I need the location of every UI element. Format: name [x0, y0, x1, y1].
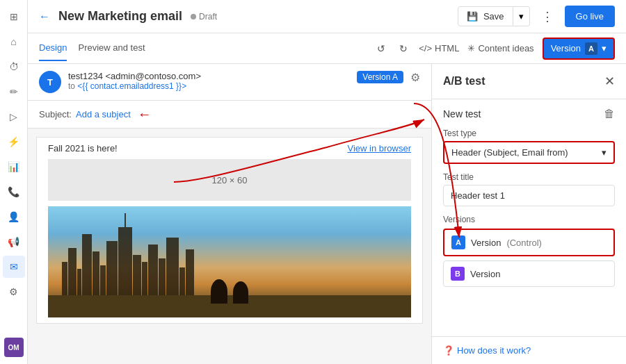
panel-close-button[interactable]: ✕ [604, 74, 615, 89]
html-label: HTML [435, 43, 459, 53]
test-type-value: Header (Subject, Email from) [451, 147, 568, 158]
chevron-down-icon: ▾ [519, 11, 524, 22]
version-badge: A [585, 42, 597, 55]
version-b-item[interactable]: B Version [443, 260, 615, 287]
content-wrapper: T test1234 <admin@contoso.com> to <{{ co… [28, 64, 626, 364]
versions-group: Versions A Version (Control) B Version [443, 215, 615, 287]
arrow-left-icon: ← [138, 106, 152, 122]
top-bar: ← New Marketing email Draft 💾 Save ▾ ⋮ G… [28, 0, 626, 33]
email-header: T test1234 <admin@contoso.com> to <{{ co… [28, 64, 431, 101]
version-tag-a: Version A [357, 71, 403, 83]
panel-header: A/B test ✕ [432, 64, 626, 99]
ab-test-panel: A/B test ✕ New test 🗑 Test type Header (… [431, 64, 626, 364]
version-ab-button[interactable]: Version A ▾ [543, 38, 615, 60]
nav-home-icon[interactable] [3, 31, 25, 53]
nav-grid-icon[interactable] [3, 6, 25, 28]
nav-clock-icon[interactable] [3, 56, 25, 78]
content-ideas-icon: ✳ [467, 43, 475, 53]
help-circle-icon: ❓ [443, 345, 454, 356]
sender-avatar: T [39, 71, 61, 93]
subject-label: Subject: [39, 109, 72, 119]
save-icon: 💾 [467, 11, 478, 22]
nav-megaphone-icon[interactable]: 📢 [3, 231, 25, 253]
panel-body: New test 🗑 Test type Header (Subject, Em… [432, 99, 626, 336]
preview-top-bar: Fall 2021 is here! View in browser [37, 138, 422, 159]
version-chevron-icon: ▾ [602, 43, 607, 53]
settings-gear-icon[interactable]: ⚙ [410, 71, 420, 84]
version-a-badge: A [451, 235, 465, 249]
tab-design[interactable]: Design [39, 35, 67, 61]
user-avatar: OM [4, 338, 24, 357]
save-dropdown-button[interactable]: ▾ [513, 6, 530, 26]
panel-title: A/B test [443, 75, 485, 88]
preview-title: Fall 2021 is here! [48, 143, 118, 154]
content-ideas-label: Content ideas [478, 43, 533, 53]
more-options-button[interactable]: ⋮ [538, 6, 556, 27]
test-type-select[interactable]: Header (Subject, Email from) ▾ [443, 141, 615, 164]
undo-button[interactable]: ↺ [374, 40, 388, 57]
add-subject-link[interactable]: Add a subject [76, 109, 131, 119]
people-silhouettes [211, 279, 248, 304]
panel-section-header: New test 🗑 [443, 108, 615, 120]
back-button[interactable]: ← [39, 10, 50, 23]
panel-footer: ❓ How does it work? [432, 336, 626, 364]
email-editor: T test1234 <admin@contoso.com> to <{{ co… [28, 64, 431, 364]
chevron-down-icon: ▾ [602, 147, 607, 158]
test-type-label: Test type [443, 129, 615, 138]
test-title-input[interactable] [443, 185, 615, 206]
go-live-button[interactable]: Go live [565, 6, 615, 27]
html-code-icon: </> [419, 43, 432, 53]
draft-badge: Draft [191, 12, 217, 22]
version-b-badge: B [451, 267, 465, 281]
test-type-group: Test type Header (Subject, Email from) ▾ [443, 129, 615, 164]
nav-chart-icon[interactable]: 📊 [3, 156, 25, 178]
delete-test-icon[interactable]: 🗑 [604, 108, 615, 120]
version-a-label: Version [471, 238, 501, 248]
nav-avatar[interactable]: OM [3, 336, 25, 358]
nav-person-icon[interactable]: 👤 [3, 206, 25, 228]
subject-row: Subject: Add a subject ← [28, 101, 431, 129]
nav-bolt-icon[interactable] [3, 131, 25, 153]
view-in-browser-link[interactable]: View in browser [347, 143, 411, 154]
nav-pencil-icon[interactable] [3, 81, 25, 103]
toolbar-icons: ↺ ↻ </> HTML ✳ Content ideas Version A ▾ [374, 38, 615, 60]
html-button[interactable]: </> HTML [419, 43, 459, 53]
page-title: New Marketing email [58, 9, 182, 24]
nav-play-icon[interactable] [3, 106, 25, 128]
draft-dot [191, 14, 196, 19]
toolbar: Design Preview and test ↺ ↻ </> HTML ✳ C… [28, 33, 626, 64]
email-preview: Fall 2021 is here! View in browser 120 ×… [36, 137, 423, 324]
test-title-group: Test title [443, 172, 615, 206]
sender-name: test1234 <admin@contoso.com> [68, 71, 350, 81]
left-nav: 📊 📞 👤 📢 ✉ ⚙ OM [0, 0, 28, 364]
version-label: Version [551, 43, 581, 53]
save-label: Save [483, 11, 504, 22]
sender-info: test1234 <admin@contoso.com> to <{{ cont… [68, 71, 350, 91]
sender-to: to <{{ contact.emailaddress1 }}> [68, 81, 350, 91]
nav-phone-icon[interactable]: 📞 [3, 181, 25, 203]
main-content: ← New Marketing email Draft 💾 Save ▾ ⋮ G… [28, 0, 626, 364]
new-test-label: New test [443, 108, 481, 119]
to-address: <{{ contact.emailaddress1 }}> [77, 81, 186, 91]
draft-label: Draft [199, 12, 217, 22]
preview-placeholder: 120 × 60 [48, 159, 411, 201]
test-title-label: Test title [443, 172, 615, 182]
tab-preview[interactable]: Preview and test [78, 35, 145, 61]
nav-settings-icon[interactable]: ⚙ [3, 281, 25, 303]
redo-button[interactable]: ↻ [396, 40, 410, 57]
version-a-control: (Control) [506, 238, 542, 248]
save-button[interactable]: 💾 Save [458, 6, 513, 26]
content-ideas-button[interactable]: ✳ Content ideas [467, 43, 533, 53]
how-it-works-link[interactable]: ❓ How does it work? [443, 345, 615, 356]
preview-image [48, 206, 411, 317]
version-a-item[interactable]: A Version (Control) [443, 229, 615, 256]
how-it-works-label: How does it work? [457, 345, 531, 356]
versions-label: Versions [443, 215, 615, 224]
version-b-label: Version [470, 269, 500, 279]
nav-mail-icon[interactable]: ✉ [3, 256, 25, 278]
